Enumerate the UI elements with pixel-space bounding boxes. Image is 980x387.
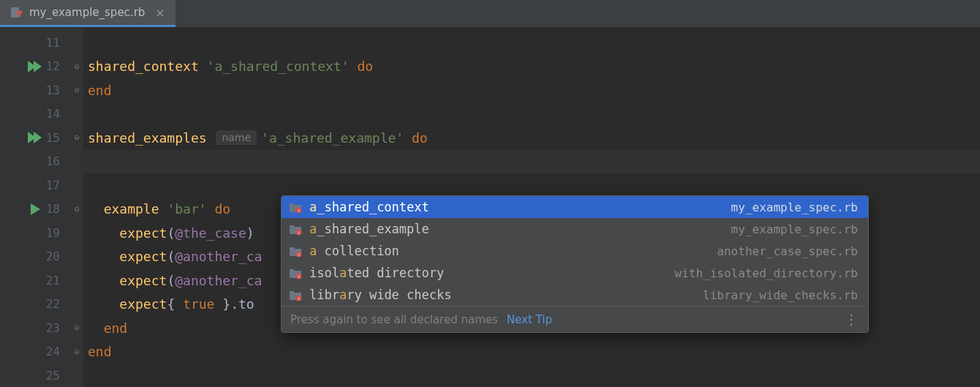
fold-open-icon[interactable]: ⊖ — [72, 204, 82, 214]
completion-location: with_isolated_directory.rb — [675, 266, 858, 280]
code-line — [83, 102, 980, 127]
gutter-row[interactable]: 17 — [0, 173, 70, 198]
shared-group-icon: t — [289, 288, 302, 301]
completion-item[interactable]: ta collectionanother_case_spec.rb — [282, 240, 868, 262]
line-number: 14 — [46, 107, 60, 121]
code-line: end — [83, 340, 980, 364]
fold-close-icon[interactable]: ⊖ — [72, 347, 82, 357]
gutter-row[interactable]: 16 — [0, 150, 70, 174]
current-line-highlight — [83, 150, 980, 174]
completion-location: library_wide_checks.rb — [703, 288, 858, 302]
gutter: 111213141516171819202122232425 — [0, 28, 70, 387]
completion-name: a_shared_context — [309, 200, 429, 214]
popup-footer: Press again to see all declared names Ne… — [282, 306, 868, 332]
gutter-row[interactable]: 23 — [0, 316, 70, 340]
editor: 111213141516171819202122232425 ⊖⊖⊖⊖⊖⊖ sh… — [0, 28, 980, 387]
editor-tab[interactable]: my_example_spec.rb × — [0, 0, 176, 27]
completion-name: a_shared_example — [309, 222, 429, 236]
code-line: end — [83, 78, 980, 102]
completion-item[interactable]: ta_shared_contextmy_example_spec.rb — [282, 196, 868, 218]
line-number: 22 — [46, 297, 60, 311]
code-line — [83, 173, 980, 198]
completion-location: my_example_spec.rb — [731, 222, 858, 236]
completion-item[interactable]: ta_shared_examplemy_example_spec.rb — [282, 218, 868, 240]
completion-name: isolated directory — [309, 266, 444, 280]
gutter-row[interactable]: 18 — [0, 198, 70, 222]
parameter-hint: name — [216, 130, 257, 145]
tab-bar: my_example_spec.rb × — [0, 0, 980, 28]
gutter-row[interactable]: 19 — [0, 221, 70, 245]
shared-group-icon: t — [289, 266, 302, 279]
completion-item[interactable]: tisolated directorywith_isolated_directo… — [282, 262, 868, 284]
line-number: 13 — [46, 83, 60, 97]
completion-location: my_example_spec.rb — [731, 200, 858, 214]
popup-hint: Press again to see all declared names — [290, 313, 498, 326]
completion-location: another_case_spec.rb — [717, 244, 858, 258]
code-line: shared_context 'a_shared_context' do — [83, 55, 980, 79]
code-line — [83, 31, 980, 55]
gutter-row[interactable]: 12 — [0, 55, 70, 79]
gutter-row[interactable]: 15 — [0, 126, 70, 150]
gutter-row[interactable]: 21 — [0, 268, 70, 293]
line-number: 17 — [46, 179, 60, 192]
line-number: 25 — [46, 369, 60, 383]
completion-name: library wide checks — [309, 288, 452, 302]
completion-popup: ta_shared_contextmy_example_spec.rbta_sh… — [281, 195, 869, 333]
ruby-file-icon — [10, 6, 23, 19]
line-number: 16 — [46, 154, 60, 168]
gutter-row[interactable]: 14 — [0, 102, 70, 127]
line-number: 11 — [46, 36, 60, 50]
line-number: 21 — [46, 274, 60, 288]
tab-filename: my_example_spec.rb — [29, 6, 145, 19]
close-icon[interactable]: × — [155, 6, 165, 20]
line-number: 23 — [46, 321, 60, 335]
gutter-row[interactable]: 13 — [0, 78, 70, 102]
next-tip-link[interactable]: Next Tip — [507, 313, 552, 326]
fold-column: ⊖⊖⊖⊖⊖⊖ — [70, 28, 83, 387]
fold-open-icon[interactable]: ⊖ — [72, 61, 82, 72]
fold-close-icon[interactable]: ⊖ — [72, 323, 82, 333]
line-number: 24 — [46, 345, 60, 358]
shared-group-icon: t — [289, 222, 302, 236]
code-line — [83, 364, 980, 387]
completion-item[interactable]: tlibrary wide checkslibrary_wide_checks.… — [282, 284, 868, 306]
line-number: 18 — [46, 202, 60, 216]
shared-group-icon: t — [289, 200, 302, 214]
gutter-row[interactable]: 11 — [0, 31, 70, 55]
run-icon[interactable] — [31, 203, 40, 215]
gutter-row[interactable]: 25 — [0, 364, 70, 387]
line-number: 15 — [46, 131, 60, 145]
fold-open-icon[interactable]: ⊖ — [72, 132, 82, 143]
gutter-row[interactable]: 20 — [0, 245, 70, 269]
code-line: shared_examples name'a_shared_example' d… — [83, 126, 980, 150]
shared-group-icon: t — [289, 244, 302, 258]
fold-close-icon[interactable]: ⊖ — [72, 85, 82, 95]
line-number: 19 — [46, 226, 60, 240]
completion-name: a collection — [309, 244, 399, 258]
kebab-icon[interactable]: ⋮ — [845, 312, 859, 327]
gutter-row[interactable]: 22 — [0, 293, 70, 317]
line-number: 20 — [46, 249, 60, 263]
line-number: 12 — [46, 59, 60, 73]
gutter-row[interactable]: 24 — [0, 340, 70, 364]
